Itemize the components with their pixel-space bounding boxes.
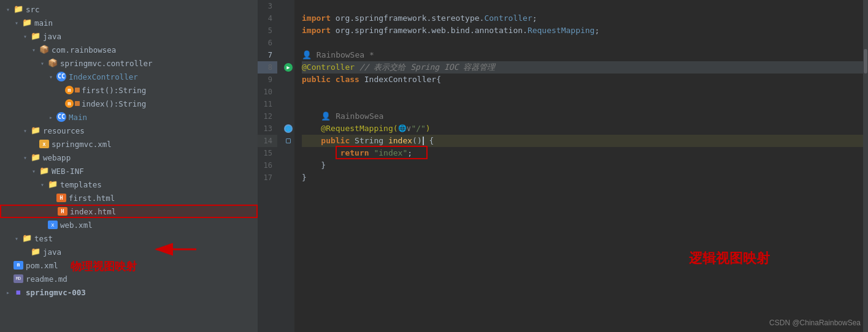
import-class-4: Controller — [484, 12, 532, 25]
bracket-open-14: { — [429, 135, 434, 147]
arrow-main — [15, 20, 22, 26]
tree-item-readme[interactable]: MD readme.md — [0, 272, 258, 285]
tree-item-test-java[interactable]: 📁 java — [0, 245, 258, 258]
gutter-13: 🌐 — [282, 123, 294, 135]
folder-icon-test-java: 📁 — [31, 247, 40, 257]
tree-item-src[interactable]: 📁 src — [0, 2, 258, 16]
type-string-14: String — [355, 135, 388, 147]
tree-item-resources[interactable]: 📁 resources — [0, 124, 258, 137]
tree-item-main[interactable]: 📁 main — [0, 16, 258, 29]
tree-item-webapp[interactable]: 📁 webapp — [0, 151, 258, 164]
label-webinf: WEB-INF — [52, 167, 258, 176]
gutter-15 — [282, 147, 294, 159]
line-num-4: 4 — [258, 12, 277, 25]
gutter-7 — [282, 49, 294, 61]
tree-item-test[interactable]: 📁 test — [0, 232, 258, 245]
label-first: first():String — [82, 86, 258, 95]
author-7: RainbowSea * — [312, 49, 374, 61]
arrow-webapp — [23, 154, 31, 161]
keyword-import-4: import — [302, 12, 336, 25]
xml-icon-springmvc: x — [39, 140, 49, 148]
method-icon-first: m — [65, 86, 74, 94]
code-line-7: 👤 RainbowSea * — [302, 49, 863, 61]
globe-icon-13[interactable]: 🌐 — [284, 124, 293, 133]
gutter-3 — [282, 0, 294, 12]
indent-13 — [302, 123, 321, 135]
code-line-8: @Controller // 表示交给 Spring IOC 容器管理 — [302, 61, 863, 74]
arrow-java — [23, 33, 31, 40]
gutter-6 — [282, 37, 294, 49]
tree-item-java[interactable]: 📁 java — [0, 29, 258, 43]
semicolon-15: ; — [407, 147, 412, 159]
tree-item-indexcontroller[interactable]: C IndexController — [0, 70, 258, 83]
folder-icon-test: 📁 — [22, 233, 32, 243]
code-line-16: } — [302, 159, 863, 172]
arrow-indexcontroller — [49, 74, 56, 80]
run-icon-8[interactable]: ▶ — [284, 63, 293, 72]
label-index: index():String — [82, 99, 258, 108]
folder-icon-main: 📁 — [22, 18, 32, 28]
folder-icon-webapp: 📁 — [31, 153, 40, 162]
arrow-main-class — [49, 114, 56, 121]
label-web-xml: web.xml — [60, 221, 258, 230]
tree-item-web-xml[interactable]: x web.xml — [0, 218, 258, 232]
code-line-9: public class IndexController { — [302, 74, 863, 86]
xml-icon-web: x — [48, 221, 58, 229]
gutter-14 — [282, 135, 294, 147]
tree-item-springmvc-controller[interactable]: 📦 springmvc.controller — [0, 56, 258, 70]
line-num-10: 10 — [258, 86, 277, 98]
arrow-springmvc — [40, 60, 48, 67]
bracket-open-9: { — [436, 74, 441, 86]
tree-item-first-html[interactable]: H first.html — [0, 191, 258, 205]
import-path-4: org.springframework.stereotype. — [336, 12, 485, 25]
tree-item-web-inf[interactable]: 📁 WEB-INF — [0, 164, 258, 178]
scrollbar[interactable] — [863, 0, 868, 332]
folder-icon-webinf: 📁 — [39, 166, 49, 176]
tree-item-springmvc-xml[interactable]: x springmvc.xml — [0, 137, 258, 151]
space-14 — [424, 135, 429, 147]
tree-item-templates[interactable]: 📁 templates — [0, 178, 258, 191]
label-first-html: first.html — [69, 194, 258, 203]
arrow-springmvc-003 — [6, 289, 13, 296]
gutter-11 — [282, 98, 294, 110]
tree-item-springmvc-003[interactable]: ◼ springmvc-003 — [0, 285, 258, 299]
indent-14 — [302, 135, 321, 147]
annotation-requestmapping: @RequestMapping( — [321, 123, 398, 135]
arrow-down-13: ∨ — [407, 123, 412, 135]
tree-item-first-method[interactable]: m first():String — [0, 83, 258, 97]
folder-icon-java: 📁 — [31, 31, 40, 41]
lock-icon-index — [75, 101, 80, 106]
package-icon-com: 📦 — [39, 45, 49, 55]
label-springmvc-003: springmvc-003 — [26, 288, 258, 297]
gutter-12 — [282, 110, 294, 123]
annotation-close-13: ) — [426, 123, 431, 135]
label-indexcontroller: IndexController — [69, 72, 258, 81]
line-num-6: 6 — [258, 37, 277, 49]
semicolon-4: ; — [532, 12, 537, 25]
paren-open-14: ( — [412, 135, 417, 147]
file-tree: 📁 src 📁 main 📁 java 📦 com.rainbowsea 📦 s… — [0, 0, 258, 332]
folder-icon-src: 📁 — [13, 4, 23, 14]
tree-item-main-class[interactable]: C Main — [0, 110, 258, 124]
arrow-webinf — [32, 168, 39, 175]
arrow-test — [15, 235, 22, 242]
label-springmvc-xml: springmvc.xml — [52, 140, 258, 149]
code-line-11 — [302, 98, 863, 110]
tree-item-index-method[interactable]: m index():String — [0, 97, 258, 110]
html-icon-index: H — [58, 207, 67, 216]
string-index-15: "index" — [374, 147, 407, 159]
space-8 — [355, 61, 359, 74]
tree-item-com-rainbowsea[interactable]: 📦 com.rainbowsea — [0, 43, 258, 56]
classname-9: IndexController — [364, 74, 436, 86]
kw-return-15: return — [340, 147, 374, 159]
tree-item-pom-xml[interactable]: m pom.xml — [0, 258, 258, 272]
gutter-16 — [282, 159, 294, 172]
method-icon-index: m — [65, 99, 74, 108]
line-num-7: 7 — [258, 49, 277, 61]
line-numbers: 3 4 5 6 7 8 9 10 11 12 13 14 15 16 17 — [258, 0, 282, 332]
arrow-resources — [23, 127, 31, 134]
tree-item-index-html[interactable]: H index.html — [0, 205, 258, 218]
gutter-5 — [282, 25, 294, 37]
scroll-thumb[interactable] — [864, 49, 867, 74]
line-num-12: 12 — [258, 110, 277, 123]
